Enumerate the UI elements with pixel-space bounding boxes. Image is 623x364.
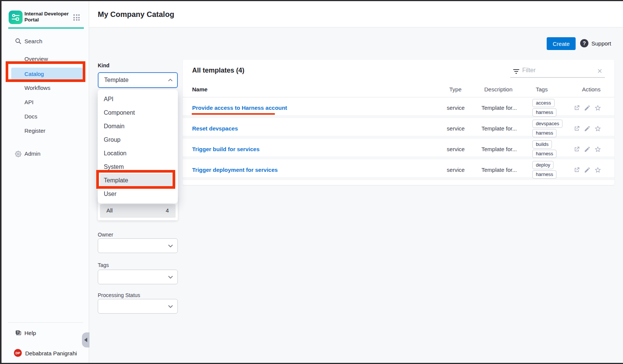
search-icon xyxy=(15,38,21,44)
tags-select[interactable] xyxy=(98,270,178,284)
row-tags: builds harness xyxy=(532,140,573,158)
brand-title: Internal Developer Portal xyxy=(24,11,73,23)
page-title: My Company Catalog xyxy=(98,10,174,19)
row-actions xyxy=(573,105,614,111)
sidebar-item-register[interactable]: Register xyxy=(2,124,89,137)
sidebar-item-api[interactable]: API xyxy=(2,95,89,109)
owner-label: Owner xyxy=(98,232,113,238)
open-in-new-icon[interactable] xyxy=(573,167,580,173)
open-in-new-icon[interactable] xyxy=(573,146,580,153)
star-icon[interactable] xyxy=(594,125,601,132)
kind-label: Kind xyxy=(98,62,109,68)
open-in-new-icon[interactable] xyxy=(573,125,580,132)
column-header-type[interactable]: Type xyxy=(449,86,484,97)
owner-select[interactable] xyxy=(98,238,178,253)
row-description: Template for... xyxy=(481,125,532,132)
kind-option-group[interactable]: Group xyxy=(98,133,178,147)
sidebar-item-workflows[interactable]: Workflows xyxy=(2,81,89,94)
tag-chip[interactable]: builds xyxy=(532,140,552,149)
tag-chip[interactable]: access xyxy=(532,99,554,107)
row-tags: devspaces harness xyxy=(532,120,573,137)
sidebar-item-catalog[interactable]: Catalog xyxy=(11,68,83,80)
tag-chip[interactable]: harness xyxy=(532,129,556,137)
kind-select[interactable]: Template xyxy=(98,72,178,88)
brand-divider xyxy=(8,27,84,29)
kind-all-label: All xyxy=(106,207,113,214)
edit-pencil-icon[interactable] xyxy=(584,167,591,173)
row-type: service xyxy=(447,146,481,152)
kind-option-user[interactable]: User xyxy=(98,187,178,201)
edit-pencil-icon[interactable] xyxy=(584,105,591,111)
processing-status-label: Processing Status xyxy=(98,292,140,298)
brand-logo[interactable]: Internal Developer Portal xyxy=(9,11,84,26)
star-icon[interactable] xyxy=(594,167,601,173)
clear-filter-icon[interactable]: ✕ xyxy=(596,68,603,75)
kind-option-domain[interactable]: Domain xyxy=(98,120,178,133)
templates-table-card: All templates (4) ✕ Name Type Descriptio… xyxy=(183,60,614,185)
edit-pencil-icon[interactable] xyxy=(584,125,591,132)
table-header-row: Name Type Description Tags Actions xyxy=(183,86,614,97)
tag-chip[interactable]: harness xyxy=(532,150,556,158)
sidebar: Internal Developer Portal Search Overvie… xyxy=(2,1,89,363)
table-row: Trigger build for services service Templ… xyxy=(183,139,614,159)
table-filter-input[interactable] xyxy=(522,67,597,74)
gear-icon xyxy=(15,151,21,157)
screenshot-top-edge xyxy=(0,0,623,1)
support-label: Support xyxy=(591,40,611,47)
help-chat-icon: ? xyxy=(15,329,22,337)
processing-status-select[interactable] xyxy=(98,299,178,314)
chevron-down-icon xyxy=(168,275,173,279)
template-link-trigger-build[interactable]: Trigger build for services xyxy=(192,146,447,152)
row-tags: deploy harness xyxy=(532,161,573,179)
kind-all-count: 4 xyxy=(166,207,169,214)
chevron-down-icon xyxy=(168,305,173,308)
user-menu[interactable]: DP Debabrata Panigrahi xyxy=(2,348,89,359)
apps-grid-icon[interactable] xyxy=(73,14,80,21)
kind-option-api[interactable]: API xyxy=(98,93,178,106)
sidebar-item-overview[interactable]: Overview xyxy=(2,52,89,65)
kind-option-template[interactable]: Template xyxy=(100,174,176,187)
kind-count-all-row[interactable]: All 4 xyxy=(100,204,176,218)
row-description: Template for... xyxy=(481,167,532,173)
admin-label: Admin xyxy=(24,150,41,157)
row-type: service xyxy=(447,125,481,132)
chevron-up-icon xyxy=(168,79,173,82)
tag-chip[interactable]: harness xyxy=(532,170,556,179)
help-label: Help xyxy=(24,330,36,336)
tag-chip[interactable]: deploy xyxy=(532,161,553,169)
row-type: service xyxy=(447,167,481,173)
svg-text:?: ? xyxy=(17,331,19,334)
sidebar-item-search[interactable]: Search xyxy=(2,35,89,48)
star-icon[interactable] xyxy=(594,146,601,153)
template-link-provide-access[interactable]: Provide access to Harness account xyxy=(192,105,447,111)
row-actions xyxy=(573,125,614,132)
table-heading: All templates (4) xyxy=(192,67,244,74)
open-in-new-icon[interactable] xyxy=(573,105,580,111)
sidebar-item-docs[interactable]: Docs xyxy=(2,109,89,123)
template-link-reset-devspaces[interactable]: Reset devspaces xyxy=(192,125,447,132)
tag-chip[interactable]: devspaces xyxy=(532,120,562,128)
table-row: Reset devspaces service Template for... … xyxy=(183,118,614,139)
star-icon[interactable] xyxy=(594,105,601,111)
kind-option-system[interactable]: System xyxy=(98,160,178,174)
template-link-trigger-deployment[interactable]: Trigger deployment for services xyxy=(192,167,447,173)
sidebar-item-admin[interactable]: Admin xyxy=(2,147,89,161)
tags-label: Tags xyxy=(98,262,109,268)
kind-dropdown-menu: API Component Domain Group Location Syst… xyxy=(98,89,178,203)
tag-chip[interactable]: harness xyxy=(532,108,556,117)
screenshot-left-edge xyxy=(0,0,2,364)
kind-option-component[interactable]: Component xyxy=(98,106,178,120)
sidebar-collapse-handle[interactable] xyxy=(82,332,89,347)
edit-pencil-icon[interactable] xyxy=(584,146,591,153)
sidebar-divider xyxy=(8,322,83,323)
column-header-tags[interactable]: Tags xyxy=(536,86,577,97)
column-header-name[interactable]: Name xyxy=(192,86,449,97)
user-name: Debabrata Panigrahi xyxy=(25,350,77,356)
column-header-description[interactable]: Description xyxy=(484,86,536,97)
row-description: Template for... xyxy=(481,146,532,152)
create-button[interactable]: Create xyxy=(547,37,576,50)
collapse-arrow-icon xyxy=(84,338,87,342)
sidebar-item-help[interactable]: ? Help xyxy=(2,327,89,340)
idp-logo-icon xyxy=(9,11,23,24)
kind-option-location[interactable]: Location xyxy=(98,147,178,160)
